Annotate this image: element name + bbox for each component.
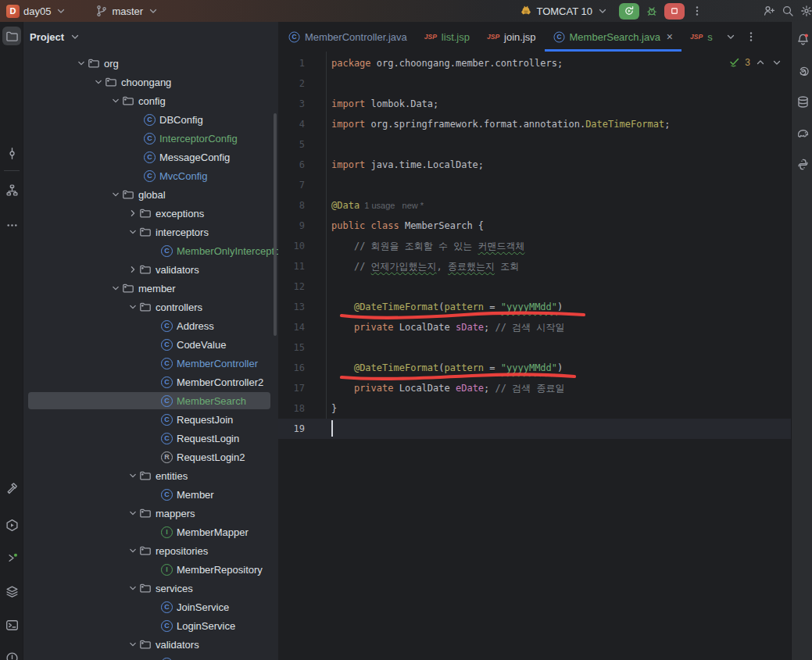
code-line-1[interactable]: 1package org.choongang.member.controller… [278,53,791,73]
code-line-17[interactable]: 17 private LocalDate eDate; // 검색 종료일 [278,378,791,398]
code-line-8[interactable]: 8@Data 1 usage new * [278,195,791,216]
tree-item-MvcConfig[interactable]: CMvcConfig [23,166,278,185]
tab-join.jsp[interactable]: JSPjoin.jsp [478,22,545,52]
tree-item-partial[interactable]: C [23,654,278,660]
tree-item-CodeValue[interactable]: CCodeValue [23,335,278,354]
tree-item-member[interactable]: member [23,279,278,298]
tree-item-MemberController[interactable]: CMemberController [23,354,278,373]
tab-s[interactable]: JSPs [681,22,721,52]
kebab-icon[interactable] [745,30,757,43]
tree-item-validators[interactable]: validators [23,260,278,279]
code-text: private LocalDate sDate; // 검색 시작일 [305,321,564,334]
close-icon[interactable]: × [667,30,673,43]
tree-scrollbar[interactable] [274,113,277,336]
tree-item-repositories[interactable]: repositories [23,541,278,560]
notifications-bell-icon[interactable] [793,30,812,48]
tree-item-interceptors[interactable]: interceptors [23,223,278,241]
ai-swirl-icon[interactable] [793,61,812,80]
code-line-15[interactable]: 15 [278,337,791,358]
code-line-13[interactable]: 13 @DateTimeFormat(pattern = "yyyyMMdd") [278,297,791,317]
tree-item-MemberOnlyInterceptor[interactable]: CMemberOnlyInterceptor [23,241,278,260]
chevron-down-icon[interactable] [771,56,783,69]
more-icon[interactable] [2,216,21,234]
tree-item-Address[interactable]: CAddress [23,316,278,335]
code-line-2[interactable]: 2 [278,73,791,94]
tree-item-label: services [156,583,193,594]
project-panel-header[interactable]: Project [23,22,278,52]
line-number: 4 [278,119,305,130]
code-line-12[interactable]: 12 [278,276,791,297]
services-icon[interactable] [2,548,21,567]
tab-MemberSearch.java[interactable]: CMemberSearch.java× [545,22,682,52]
tree-item-MemberMapper[interactable]: IMemberMapper [23,523,278,541]
layers-icon[interactable] [2,582,21,601]
code-line-4[interactable]: 4import org.springframework.format.annot… [278,114,791,134]
branch-widget[interactable]: master [91,3,163,19]
tree-item-Member[interactable]: CMember [23,485,278,504]
code-line-18[interactable]: 18} [278,398,791,419]
problems-icon[interactable] [2,648,21,660]
tree-item-services[interactable]: services [23,579,278,598]
tree-item-exceptions[interactable]: exceptions [23,204,278,223]
inspection-check-icon [728,56,741,69]
code-text: @DateTimeFormat(pattern = "yyyyMMdd") [305,301,563,312]
code-line-16[interactable]: 16 @DateTimeFormat(pattern = "yyyyMMdd") [278,358,791,378]
rerun-button[interactable] [619,3,639,20]
code-line-10[interactable]: 10 // 회원을 조회할 수 있는 커맨드객체 [278,236,791,256]
tab-MemberController.java[interactable]: CMemberController.java [280,22,416,52]
chevron-up-icon[interactable] [754,56,767,69]
tree-item-mappers[interactable]: mappers [23,504,278,523]
code-line-3[interactable]: 3import lombok.Data; [278,94,791,114]
tree-item-RequestJoin[interactable]: CRequestJoin [23,410,278,429]
code-line-9[interactable]: 9public class MemberSearch { [278,216,791,236]
tree-item-DBConfig[interactable]: CDBConfig [23,110,278,129]
build-hammer-icon[interactable] [2,479,21,498]
terminal-icon[interactable] [2,615,21,634]
tree-item-choongang[interactable]: choongang [23,73,278,91]
code-line-11[interactable]: 11 // 언제가입했는지, 종료했는지 조회 [278,256,791,276]
tree-item-entities[interactable]: entities [23,466,278,485]
tree-item-RequestLogin2[interactable]: RRequestLogin2 [23,448,278,466]
tree-item-MemberSearch[interactable]: CMemberSearch [23,391,278,410]
tree-item-global[interactable]: global [23,185,278,204]
gear-icon[interactable] [800,5,812,17]
commit-icon[interactable] [2,144,21,162]
tree-item-RequestLogin[interactable]: CRequestLogin [23,429,278,448]
tree-item-MemberRepository[interactable]: IMemberRepository [23,560,278,579]
code-line-14[interactable]: 14 private LocalDate sDate; // 검색 시작일 [278,317,791,337]
inspections-widget[interactable]: 3 [728,56,783,69]
chevron-down-icon[interactable] [724,30,737,43]
structure-icon[interactable] [2,180,21,199]
run-configuration-widget[interactable]: TOMCAT 10 [516,3,613,19]
code-line-19[interactable]: 19 [278,419,791,439]
code-line-6[interactable]: 6import java.time.LocalDate; [278,155,791,175]
tree-item-MessageConfig[interactable]: CMessageConfig [23,148,278,166]
tab-list.jsp[interactable]: JSPlist.jsp [416,22,478,52]
tree-item-controllers[interactable]: controllers [23,298,278,316]
tree-item-org[interactable]: org [23,54,278,73]
project-widget[interactable]: day05 [20,3,71,19]
stop-button[interactable] [664,3,685,20]
tree-item-JoinService[interactable]: CJoinService [23,598,278,616]
python-plugin-icon[interactable] [793,155,812,173]
code-line-7[interactable]: 7 [278,175,791,195]
search-icon[interactable] [782,5,794,17]
line-number: 7 [278,180,305,191]
line-number: 8 [278,200,305,211]
code-line-5[interactable]: 5 [278,134,791,155]
tree-item-config[interactable]: config [23,91,278,110]
kebab-icon[interactable] [691,5,703,17]
debug-icon[interactable] [646,5,658,17]
tree-item-MemberController2[interactable]: CMemberController2 [23,373,278,391]
gradle-elephant-icon[interactable] [793,123,812,142]
database-icon[interactable] [793,92,812,111]
code-editor[interactable]: 1package org.choongang.member.controller… [278,52,791,660]
add-user-icon[interactable] [763,5,775,17]
tree-item-InterceptorConfig[interactable]: CInterceptorConfig [23,129,278,148]
project-tree: orgchoongangconfigCDBConfigCInterceptorC… [23,52,278,660]
project-folder-icon[interactable] [2,27,21,45]
run-window-icon[interactable] [2,516,21,534]
folder-icon [139,263,152,276]
tree-item-LoginService[interactable]: CLoginService [23,616,278,635]
tree-item-validators[interactable]: validators [23,635,278,654]
